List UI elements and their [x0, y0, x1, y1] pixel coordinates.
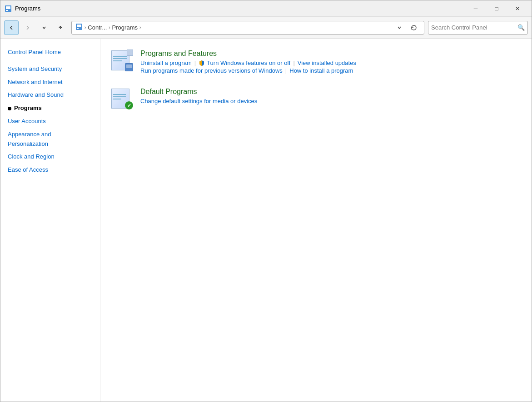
sidebar: Control Panel Home System and Security N…	[0, 39, 100, 402]
forward-button[interactable]	[20, 20, 35, 35]
address-segment-control-panel[interactable]: Contr...	[88, 24, 107, 31]
sidebar-item-user-accounts[interactable]: User Accounts	[0, 115, 100, 128]
sidebar-item-system-and-security[interactable]: System and Security	[0, 63, 100, 76]
active-bullet	[8, 107, 11, 110]
change-default-settings-link[interactable]: Change default settings for media or dev…	[140, 98, 257, 104]
sidebar-item-programs: Programs	[0, 102, 100, 115]
minimize-button[interactable]: ─	[465, 1, 486, 16]
default-programs-section: ✓ Default Programs Change default settin…	[111, 88, 521, 109]
recent-locations-button[interactable]	[37, 20, 51, 35]
check-badge: ✓	[125, 101, 133, 109]
separator-1: |	[194, 60, 196, 66]
search-box: 🔍	[428, 21, 528, 35]
address-bar: › Contr... › Programs ›	[71, 21, 424, 35]
address-chevron-3: ›	[139, 25, 141, 30]
address-dropdown-button[interactable]	[393, 21, 406, 34]
search-input[interactable]	[431, 24, 516, 31]
default-programs-title[interactable]: Default Programs	[140, 88, 257, 96]
turn-windows-features-link[interactable]: Turn Windows features on or off	[207, 60, 290, 66]
run-programs-previous-link[interactable]: Run programs made for previous versions …	[140, 67, 283, 74]
programs-and-features-links-row1: Uninstall a program | Turn Windows featu…	[140, 60, 356, 66]
window-icon	[4, 5, 12, 13]
programs-and-features-icon	[111, 50, 133, 71]
separator-2: |	[293, 60, 294, 66]
main-content: Control Panel Home System and Security N…	[0, 39, 532, 402]
close-button[interactable]: ✕	[507, 1, 528, 16]
programs-and-features-body: Programs and Features Uninstall a progra…	[140, 50, 356, 74]
programs-and-features-section: Programs and Features Uninstall a progra…	[111, 50, 521, 74]
address-segment-programs[interactable]: Programs	[112, 24, 138, 31]
default-programs-icon: ✓	[111, 88, 133, 109]
view-installed-updates-link[interactable]: View installed updates	[298, 60, 356, 66]
search-icon: 🔍	[517, 24, 525, 31]
how-to-install-link[interactable]: How to install a program	[289, 67, 353, 74]
programs-and-features-links-row2: Run programs made for previous versions …	[140, 67, 356, 74]
address-chevron-1: ›	[85, 25, 86, 30]
maximize-button[interactable]: □	[486, 1, 507, 16]
svg-rect-2	[6, 10, 8, 11]
shield-icon	[199, 60, 205, 66]
refresh-button[interactable]	[408, 21, 420, 34]
default-programs-links: Change default settings for media or dev…	[140, 98, 257, 104]
svg-rect-4	[77, 25, 81, 27]
separator-3: |	[285, 67, 287, 74]
sidebar-item-clock-and-region[interactable]: Clock and Region	[0, 150, 100, 164]
sidebar-item-appearance-and-personalization[interactable]: Appearance and Personalization	[0, 128, 100, 151]
svg-rect-5	[77, 28, 79, 29]
content-panel: Programs and Features Uninstall a progra…	[100, 39, 532, 402]
title-bar: Programs ─ □ ✕	[0, 0, 532, 17]
window-title: Programs	[15, 5, 465, 12]
default-programs-body: Default Programs Change default settings…	[140, 88, 257, 104]
address-icon	[75, 23, 83, 32]
programs-and-features-title[interactable]: Programs and Features	[140, 50, 356, 58]
nav-bar: › Contr... › Programs › 🔍	[0, 17, 532, 39]
uninstall-program-link[interactable]: Uninstall a program	[140, 60, 192, 66]
window: Programs ─ □ ✕	[0, 0, 532, 402]
title-bar-controls: ─ □ ✕	[465, 1, 528, 16]
sidebar-item-control-panel-home[interactable]: Control Panel Home	[0, 46, 100, 59]
sidebar-item-network-and-internet[interactable]: Network and Internet	[0, 76, 100, 89]
up-button[interactable]	[53, 20, 68, 35]
svg-rect-1	[6, 6, 10, 9]
address-chevron-2: ›	[109, 25, 110, 30]
sidebar-item-hardware-and-sound[interactable]: Hardware and Sound	[0, 89, 100, 102]
sidebar-item-ease-of-access[interactable]: Ease of Access	[0, 164, 100, 177]
back-button[interactable]	[4, 20, 19, 35]
